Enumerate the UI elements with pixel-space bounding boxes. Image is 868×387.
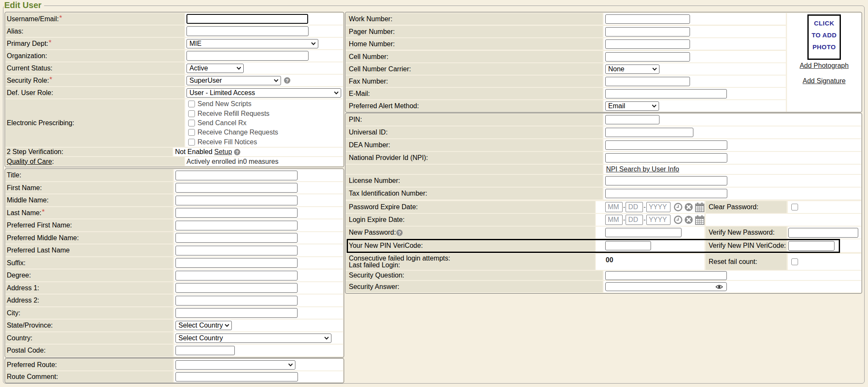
svg-text:?: ?	[286, 78, 289, 83]
svg-text:?: ?	[398, 230, 401, 235]
svg-text:?: ?	[236, 149, 239, 154]
